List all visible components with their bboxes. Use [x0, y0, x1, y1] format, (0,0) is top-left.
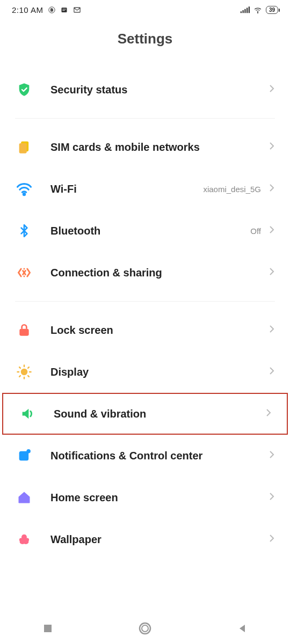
svg-rect-8 — [244, 9, 245, 13]
svg-rect-10 — [249, 6, 250, 13]
svg-point-26 — [26, 449, 30, 453]
item-label: Wallpaper — [50, 533, 269, 546]
svg-rect-6 — [241, 11, 242, 13]
chevron-right-icon — [269, 450, 275, 462]
svg-rect-3 — [62, 9, 66, 10]
home-button[interactable] — [138, 621, 152, 638]
chevron-right-icon — [265, 408, 272, 420]
shield-check-icon — [15, 80, 33, 99]
svg-rect-4 — [62, 10, 64, 11]
svg-line-22 — [28, 376, 29, 377]
svg-rect-27 — [44, 625, 52, 632]
wifi-icon — [15, 180, 33, 198]
item-label: Connection & sharing — [50, 267, 269, 279]
recents-button[interactable] — [42, 623, 53, 636]
item-label: Sound & vibration — [54, 408, 265, 420]
item-wifi[interactable]: Wi-Fi xiaomi_desi_5G — [0, 168, 290, 210]
chevron-right-icon — [269, 225, 275, 237]
sim-icon — [15, 138, 33, 156]
item-label: Home screen — [50, 492, 269, 504]
battery-icon: 39 — [266, 6, 278, 14]
svg-rect-15 — [19, 329, 28, 336]
sharing-icon — [15, 264, 33, 282]
item-sim[interactable]: SIM cards & mobile networks — [0, 126, 290, 168]
svg-rect-2 — [61, 8, 67, 12]
chevron-right-icon — [269, 492, 275, 503]
svg-point-16 — [21, 369, 28, 376]
item-label: Display — [50, 366, 269, 378]
back-button[interactable] — [237, 623, 248, 636]
item-security-status[interactable]: Security status — [0, 69, 290, 111]
gmail-icon — [73, 6, 82, 14]
divider — [15, 118, 275, 119]
svg-rect-13 — [19, 143, 27, 153]
bluetooth-icon — [15, 222, 33, 240]
item-label: Bluetooth — [50, 225, 250, 237]
status-bar: 2:10 AM B 39 — [0, 0, 290, 18]
item-value: Off — [250, 226, 261, 236]
svg-line-21 — [19, 367, 20, 368]
item-label: Security status — [50, 84, 269, 96]
chevron-right-icon — [269, 84, 275, 96]
svg-point-11 — [257, 12, 258, 13]
svg-line-24 — [28, 367, 29, 368]
signal-icon — [240, 6, 250, 14]
svg-rect-9 — [247, 8, 248, 13]
svg-rect-7 — [242, 10, 243, 13]
settings-list: Security status SIM cards & mobile netwo… — [0, 69, 290, 560]
svg-point-14 — [23, 193, 25, 195]
sun-icon — [15, 363, 33, 381]
item-notifications[interactable]: Notifications & Control center — [0, 435, 290, 477]
chevron-right-icon — [269, 141, 275, 153]
svg-text:B: B — [50, 8, 53, 12]
bitcoin-icon: B — [48, 6, 56, 14]
chevron-right-icon — [269, 533, 275, 545]
item-label: SIM cards & mobile networks — [50, 141, 269, 153]
item-value: xiaomi_desi_5G — [203, 185, 261, 194]
lock-icon — [15, 321, 33, 339]
item-bluetooth[interactable]: Bluetooth Off — [0, 210, 290, 252]
speaker-icon — [18, 405, 37, 423]
flower-icon — [15, 530, 33, 548]
chevron-right-icon — [269, 267, 275, 279]
divider — [15, 301, 275, 302]
message-icon — [60, 6, 68, 14]
chevron-right-icon — [269, 366, 275, 378]
svg-point-29 — [142, 625, 148, 632]
svg-line-23 — [19, 376, 20, 377]
item-home-screen[interactable]: Home screen — [0, 477, 290, 518]
chevron-right-icon — [269, 324, 275, 336]
item-label: Wi-Fi — [50, 183, 203, 195]
item-lock-screen[interactable]: Lock screen — [0, 309, 290, 351]
notification-icon — [15, 447, 33, 465]
item-label: Lock screen — [50, 324, 269, 336]
chevron-right-icon — [269, 183, 275, 195]
item-sound-vibration[interactable]: Sound & vibration — [2, 393, 288, 435]
home-icon — [15, 488, 33, 507]
item-display[interactable]: Display — [0, 351, 290, 393]
item-connection-sharing[interactable]: Connection & sharing — [0, 252, 290, 294]
navigation-bar — [0, 615, 290, 644]
item-label: Notifications & Control center — [50, 450, 269, 462]
item-wallpaper[interactable]: Wallpaper — [0, 518, 290, 560]
wifi-status-icon — [253, 6, 263, 14]
status-time: 2:10 AM — [12, 5, 44, 14]
page-title: Settings — [0, 31, 290, 47]
